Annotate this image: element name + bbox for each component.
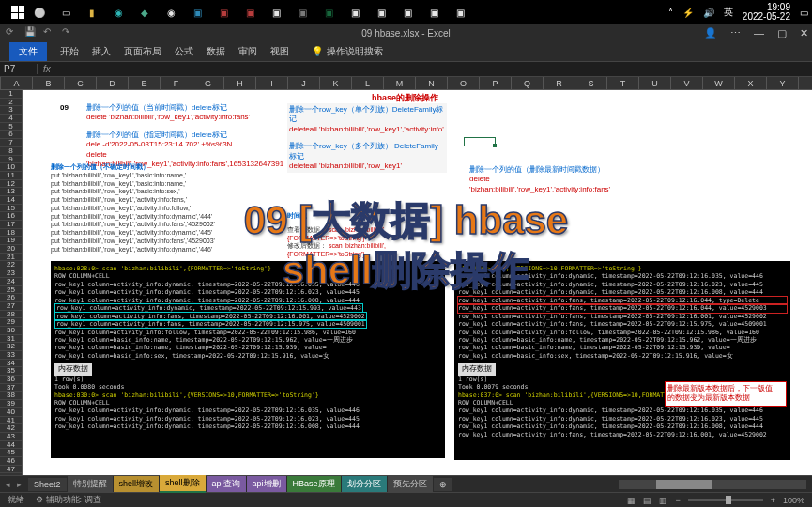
autosave-icon[interactable]: ⟳: [6, 26, 19, 39]
sheet-area: 1234567891011121314151617181920212223242…: [0, 90, 812, 475]
app-icon[interactable]: ▣: [426, 5, 441, 20]
minimize-icon[interactable]: —: [754, 27, 764, 39]
col-header[interactable]: G: [192, 77, 224, 89]
save-icon[interactable]: 💾: [24, 26, 38, 39]
col-header[interactable]: B: [33, 77, 65, 89]
col-header[interactable]: D: [97, 77, 129, 89]
col-header[interactable]: W: [703, 77, 735, 89]
col-header[interactable]: L: [352, 77, 384, 89]
ribbon-tab-review[interactable]: 审阅: [238, 45, 257, 58]
ime-icon[interactable]: 英: [724, 6, 733, 19]
col-header[interactable]: R: [544, 77, 575, 89]
col-header[interactable]: U: [639, 77, 671, 89]
sheet-tab-active[interactable]: shell删除: [160, 475, 206, 493]
name-box[interactable]: P7: [0, 64, 38, 74]
zoom-level[interactable]: 100%: [783, 496, 804, 505]
col-header[interactable]: H: [224, 77, 256, 89]
view-normal-icon[interactable]: ▦: [627, 496, 636, 505]
sheet-tab[interactable]: 划分分区: [342, 476, 387, 492]
sheet-tab[interactable]: 特别提醒: [68, 476, 113, 492]
app-icon[interactable]: ▣: [216, 5, 231, 20]
maximize-icon[interactable]: ▢: [777, 27, 787, 39]
active-cell[interactable]: [464, 137, 496, 146]
ribbon-tab-insert[interactable]: 插入: [92, 45, 111, 58]
windows-taskbar: ⚪ ▭ ▮ ◉ ◆ ◉ ▣ ▣ ▣ ▣ ▣ ▣ ▣ ▣ ▣ ▣ ▣ ˄ ⚡ 🔊 …: [0, 0, 812, 24]
app-icon[interactable]: ▣: [374, 5, 389, 20]
sheet-tab[interactable]: api查询: [207, 476, 246, 492]
task-view-icon[interactable]: ▭: [58, 5, 73, 20]
view-page-icon[interactable]: ▤: [643, 496, 651, 505]
account-icon[interactable]: 👤: [704, 27, 717, 39]
col-header[interactable]: T: [607, 77, 639, 89]
cells-grid[interactable]: hbase的删除操作 09 删除一个列的值（当前时间戳）delete标记 del…: [23, 90, 812, 475]
ribbon-tab-layout[interactable]: 页面布局: [124, 45, 161, 58]
undo-icon[interactable]: ↶: [43, 26, 56, 39]
col-header[interactable]: O: [448, 77, 480, 89]
zoom-in-icon[interactable]: +: [771, 496, 775, 505]
col-header[interactable]: I: [256, 77, 288, 89]
app-icon[interactable]: ▣: [242, 5, 257, 20]
zoom-slider[interactable]: [688, 499, 763, 501]
ribbon-options-icon[interactable]: ⋯: [730, 27, 741, 39]
label-right: 内存数据: [458, 363, 496, 375]
chrome-icon[interactable]: ◉: [163, 5, 178, 20]
ribbon-tab-file[interactable]: 文件: [9, 42, 47, 61]
fx-icon[interactable]: fx: [38, 64, 56, 74]
sheet-tab[interactable]: shell增改: [114, 476, 160, 492]
tell-me-search[interactable]: 💡 操作说明搜索: [312, 45, 383, 58]
tab-nav-next[interactable]: ▸: [17, 480, 22, 489]
col-header[interactable]: Y: [767, 77, 799, 89]
terminal-left: hbase:028:0> scan 'bizhan:bilibili',{FOR…: [51, 261, 445, 458]
tab-nav-prev[interactable]: ◂: [6, 480, 10, 489]
notifications-icon[interactable]: ▭: [800, 8, 808, 18]
app-icon[interactable]: ▣: [268, 5, 283, 20]
view-break-icon[interactable]: ▥: [659, 496, 667, 505]
col-header[interactable]: K: [320, 77, 352, 89]
formula-input[interactable]: [56, 64, 812, 74]
app-icon[interactable]: ▣: [347, 5, 362, 20]
col-header[interactable]: E: [129, 77, 161, 89]
col-header[interactable]: N: [416, 77, 448, 89]
col-header[interactable]: J: [288, 77, 320, 89]
col-header[interactable]: C: [65, 77, 97, 89]
excel-icon[interactable]: ▣: [321, 5, 336, 20]
volume-icon[interactable]: 🔊: [703, 8, 714, 18]
tray-icon[interactable]: ˄: [668, 8, 673, 18]
sheet-tab[interactable]: HBase原理: [287, 476, 341, 492]
col-header[interactable]: X: [735, 77, 767, 89]
horizontal-scrollbar[interactable]: [619, 480, 806, 489]
network-icon[interactable]: ⚡: [682, 8, 694, 18]
sheet-tab[interactable]: api增删: [247, 476, 286, 492]
app-icon[interactable]: ▣: [452, 5, 467, 20]
ribbon-tab-data[interactable]: 数据: [207, 45, 225, 58]
app-icon[interactable]: ▣: [400, 5, 415, 20]
col-header[interactable]: V: [671, 77, 703, 89]
col-header[interactable]: M: [384, 77, 416, 89]
row-header[interactable]: 47: [0, 466, 22, 474]
explorer-icon[interactable]: ▮: [84, 5, 100, 20]
col-header[interactable]: P: [480, 77, 512, 89]
redo-icon[interactable]: ↷: [62, 26, 75, 39]
col-header[interactable]: Z: [799, 77, 812, 89]
app-icon[interactable]: ▣: [295, 5, 310, 20]
left-notes: 删除一个列的值（当前时间戳）delete标记 delete 'bizhan:bi…: [86, 103, 274, 169]
col-header[interactable]: Q: [512, 77, 544, 89]
col-header[interactable]: A: [1, 77, 33, 89]
ribbon-tab-view[interactable]: 视图: [270, 45, 289, 58]
search-icon[interactable]: ⚪: [32, 5, 47, 20]
sheet-tab[interactable]: Sheet2: [28, 478, 67, 491]
ribbon-tab-formulas[interactable]: 公式: [175, 45, 193, 58]
zoom-out-icon[interactable]: −: [675, 496, 680, 505]
col-header[interactable]: F: [161, 77, 192, 89]
row-headers: 1234567891011121314151617181920212223242…: [0, 90, 23, 475]
ribbon-tab-home[interactable]: 开始: [60, 45, 79, 58]
close-icon[interactable]: ✕: [800, 27, 808, 39]
app-icon[interactable]: ▣: [190, 5, 205, 20]
edge-icon[interactable]: ◉: [111, 5, 126, 20]
col-header[interactable]: S: [575, 77, 607, 89]
new-sheet-button[interactable]: ⊕: [434, 478, 452, 491]
clock[interactable]: 19:09 2022-05-22: [743, 3, 790, 22]
sheet-tab[interactable]: 预先分区: [388, 476, 433, 492]
start-icon[interactable]: [11, 6, 24, 19]
app-icon[interactable]: ◆: [137, 5, 152, 20]
